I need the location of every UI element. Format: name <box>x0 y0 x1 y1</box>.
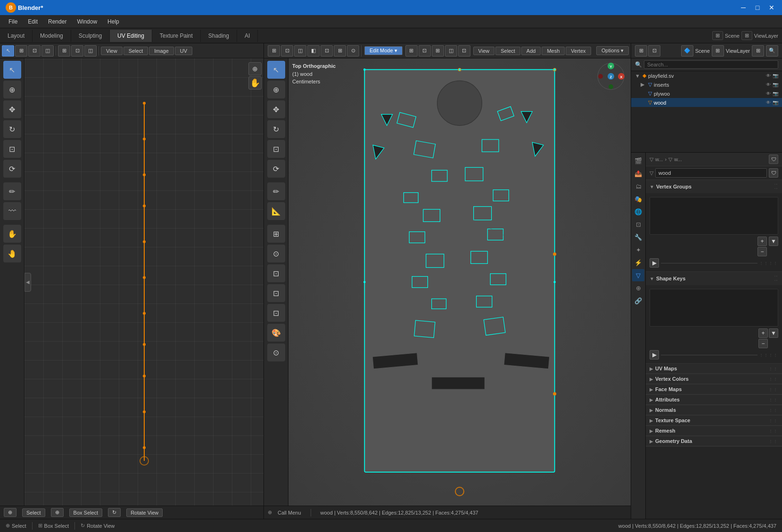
texture-space-header[interactable]: ▶ Texture Space ⋮⋮ <box>646 416 782 426</box>
uv-canvas[interactable] <box>25 58 263 506</box>
object-name-field[interactable]: wood <box>655 168 767 178</box>
sidebar-collapse-btn[interactable]: ◀ <box>25 273 31 292</box>
vertex-groups-header[interactable]: ▼ Vertex Groups ⋮⋮ <box>646 180 782 193</box>
visibility-icon[interactable]: 👁 <box>766 73 771 78</box>
scene-icon-btn[interactable]: 🔷 <box>681 45 693 57</box>
vp-tool-rotate[interactable]: ↻ <box>267 120 285 138</box>
vp-tool-1[interactable]: ⊞ <box>267 225 285 243</box>
viewport-vertex-menu[interactable]: Vertex <box>566 47 591 55</box>
sk-remove-btn[interactable]: − <box>758 339 768 348</box>
viewlayer-icon[interactable]: ⊞ <box>741 31 752 40</box>
status-box-select-label[interactable]: Box Select <box>44 523 69 529</box>
tool-select[interactable]: ↖ <box>3 61 21 79</box>
tab-layout[interactable]: Layout <box>0 30 33 42</box>
outliner-item-wood[interactable]: ▶ ▽ wood 👁 📷 <box>631 98 782 107</box>
vp-tb-3[interactable]: ⊞ <box>432 45 444 57</box>
vg-remove-btn[interactable]: − <box>757 247 767 256</box>
prop-tab-material[interactable]: ⊕ <box>632 282 644 294</box>
sk-add-btn[interactable]: + <box>758 328 768 338</box>
vp-tool-cursor[interactable]: ⊕ <box>267 81 285 98</box>
prop-tab-render[interactable]: 🎬 <box>632 155 644 167</box>
obj-name-shield-btn[interactable]: 🛡 <box>769 168 778 178</box>
uv-tool-5[interactable]: ⊞ <box>58 45 70 57</box>
vg-down-btn[interactable]: ▼ <box>769 237 778 246</box>
visibility-icon-2[interactable]: 👁 <box>766 82 771 87</box>
prop-tab-output[interactable]: 📤 <box>632 167 644 180</box>
normals-header[interactable]: ▶ Normals ⋮⋮ <box>646 405 782 415</box>
vp-tb-5[interactable]: ⊡ <box>458 45 470 57</box>
vp-tb-4[interactable]: ◫ <box>445 45 457 57</box>
vp-tool-2[interactable]: ⊙ <box>267 245 285 262</box>
tab-uv-editing[interactable]: UV Editing <box>110 30 152 42</box>
viewport-mesh-menu[interactable]: Mesh <box>542 47 565 55</box>
prop-tab-particles[interactable]: ✦ <box>632 244 644 256</box>
outliner-icon-2[interactable]: ⊡ <box>648 45 660 57</box>
viewport-icon-2[interactable]: ⊡ <box>281 45 293 57</box>
viewport-icon-1[interactable]: ⊞ <box>268 45 280 57</box>
render-icon-4[interactable]: 📷 <box>773 100 778 105</box>
prop-tab-object[interactable]: ⊡ <box>632 218 644 230</box>
vp-tool-scale[interactable]: ⊡ <box>267 140 285 158</box>
vp-tool-3[interactable]: ⊡ <box>267 264 285 282</box>
shape-keys-header[interactable]: ▼ Shape Keys ⋮⋮ <box>646 272 782 285</box>
vg-play-btn[interactable]: ▶ <box>650 258 659 268</box>
render-icon-2[interactable]: 📷 <box>773 82 778 87</box>
tool-annotate-line[interactable]: 〰 <box>3 202 21 220</box>
uv-tool-2[interactable]: ⊞ <box>15 45 27 57</box>
menu-window[interactable]: Window <box>72 17 102 26</box>
menu-render[interactable]: Render <box>43 17 71 26</box>
edit-mode-btn[interactable]: Edit Mode ▾ <box>364 46 403 55</box>
uv-tool-7[interactable]: ◫ <box>84 45 97 57</box>
viewport-icon-3[interactable]: ◫ <box>294 45 306 57</box>
viewport-icon-4[interactable]: ◧ <box>307 45 320 57</box>
uv-rotate-btn[interactable]: Rotate View <box>126 508 163 517</box>
viewport[interactable]: ↖ ⊕ ✥ ↻ ⊡ ⟳ ✏ 📐 ⊞ ⊙ ⊡ ⊡ ⊡ 🎨 ⊙ <box>264 58 631 506</box>
remesh-header[interactable]: ▶ Remesh ⋮⋮ <box>646 426 782 436</box>
sk-down-btn[interactable]: ▼ <box>769 328 778 338</box>
pan-tool[interactable]: ✋ <box>248 76 262 90</box>
uv-uv-menu[interactable]: UV <box>175 47 192 55</box>
uv-select-btn[interactable]: Select <box>22 508 45 517</box>
uv-tool-select[interactable]: ↖ <box>2 45 14 57</box>
outliner-item-playfield[interactable]: ▼ ◆ playfield.sv 👁 📷 <box>631 71 782 80</box>
vp-tool-move[interactable]: ✥ <box>267 100 285 118</box>
vertex-colors-header[interactable]: ▶ Vertex Colors ⋮⋮ <box>646 374 782 384</box>
tool-annotate[interactable]: ✏ <box>3 182 21 200</box>
close-button[interactable]: ✕ <box>767 4 776 11</box>
tab-texture-paint[interactable]: Texture Paint <box>152 30 201 42</box>
vg-add-btn[interactable]: + <box>757 237 767 246</box>
tool-rotate[interactable]: ↻ <box>3 120 21 138</box>
uv-select-menu[interactable]: Select <box>123 47 148 55</box>
vp-tool-5[interactable]: ⊡ <box>267 304 285 322</box>
attributes-header[interactable]: ▶ Attributes ⋮⋮ <box>646 395 782 405</box>
minimize-button[interactable]: ─ <box>739 4 748 11</box>
tool-rip[interactable]: ✋ <box>3 225 21 243</box>
menu-help[interactable]: Help <box>103 17 124 26</box>
prop-tab-modifier[interactable]: 🔧 <box>632 231 644 243</box>
visibility-icon-3[interactable]: 👁 <box>766 91 771 96</box>
tool-move[interactable]: ✥ <box>3 100 21 118</box>
sk-play-btn[interactable]: ▶ <box>650 350 659 360</box>
uv-tool-6[interactable]: ⊡ <box>71 45 83 57</box>
vp-tool-4[interactable]: ⊡ <box>267 284 285 302</box>
outliner-item-inserts[interactable]: ▶ ▽ inserts 👁 📷 <box>631 80 782 89</box>
tab-shading[interactable]: Shading <box>201 30 237 42</box>
render-icon[interactable]: 📷 <box>773 73 778 78</box>
vp-tb-1[interactable]: ⊞ <box>405 45 418 57</box>
uv-box-select-btn[interactable]: Box Select <box>69 508 103 517</box>
prop-tab-scene[interactable]: 🎭 <box>632 193 644 205</box>
zoom-to-fit[interactable]: ⊕ <box>248 62 262 75</box>
uv-image-menu[interactable]: Image <box>149 47 174 55</box>
vp-tool-6[interactable]: 🎨 <box>267 324 285 342</box>
vp-tool-transform[interactable]: ⟳ <box>267 160 285 178</box>
viewport-icon-7[interactable]: ⊙ <box>347 45 359 57</box>
tool-transform[interactable]: ⟳ <box>3 160 21 178</box>
vp-tb-2[interactable]: ⊡ <box>419 45 431 57</box>
uv-view-menu[interactable]: View <box>101 47 123 55</box>
obj-path-shield[interactable]: 🛡 <box>769 155 778 164</box>
uv-maps-header[interactable]: ▶ UV Maps ⋮⋮ <box>646 364 782 374</box>
viewport-add-menu[interactable]: Add <box>521 47 541 55</box>
geometry-data-header[interactable]: ▶ Geometry Data ⋮⋮ <box>646 436 782 446</box>
tool-cursor[interactable]: ⊕ <box>3 81 21 98</box>
vp-tool-annotate[interactable]: ✏ <box>267 182 285 200</box>
